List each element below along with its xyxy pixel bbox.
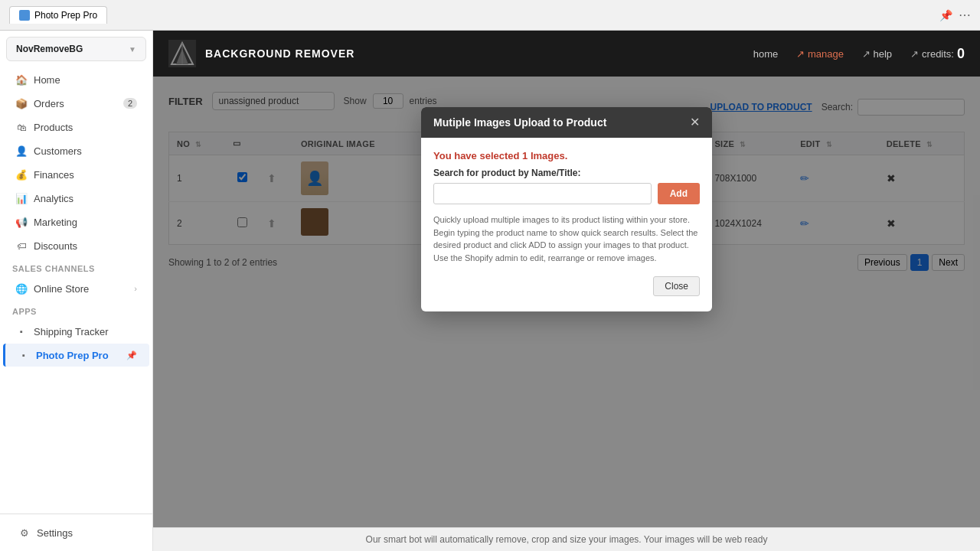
logo-text-group: BACKGROUND REMOVER — [205, 47, 354, 60]
home-icon: 🏠 — [15, 73, 28, 86]
sidebar-item-label: Analytics — [34, 193, 74, 204]
online-store-icon: 🌐 — [15, 282, 28, 295]
sidebar-item-label: Online Store — [34, 283, 89, 295]
analytics-icon: 📊 — [15, 192, 28, 204]
app-logo: BACKGROUND REMOVER — [168, 40, 354, 67]
logo-icon — [168, 40, 196, 67]
discounts-icon: 🏷 — [15, 240, 28, 252]
store-selector[interactable]: NovRemoveBG ▼ — [6, 37, 146, 61]
more-menu-icon[interactable]: ⋯ — [959, 8, 971, 22]
sidebar-item-finances[interactable]: 💰 Finances — [3, 163, 149, 186]
sidebar-nav: 🏠 Home 📦 Orders 2 🛍 Products 👤 Customers… — [0, 67, 152, 514]
nav-help[interactable]: ↗ help — [862, 48, 892, 60]
sidebar-item-analytics[interactable]: 📊 Analytics — [3, 187, 149, 210]
browser-tab[interactable]: Photo Prep Pro — [9, 6, 107, 24]
help-arrow-icon: ↗ — [862, 48, 874, 60]
footer-bar: Our smart bot will automatically remove,… — [153, 527, 980, 551]
apps-section-label: Apps — [0, 301, 152, 319]
sidebar-item-settings[interactable]: ⚙ Settings — [6, 521, 146, 544]
modal-title: Mutiple Images Upload to Product — [433, 116, 606, 129]
browser-chrome: Photo Prep Pro 📌 ⋯ — [0, 0, 980, 31]
modal-add-button[interactable]: Add — [658, 183, 700, 204]
settings-icon: ⚙ — [18, 527, 31, 539]
nav-manage[interactable]: ↗ manage — [796, 48, 844, 60]
sidebar-item-customers[interactable]: 👤 Customers — [3, 139, 149, 162]
sidebar-item-home[interactable]: 🏠 Home — [3, 68, 149, 91]
tab-label: Photo Prep Pro — [34, 10, 97, 21]
sidebar-item-label: Orders — [34, 98, 64, 109]
credits-arrow-icon: ↗ — [910, 48, 919, 60]
sidebar-item-photo-prep-pro[interactable]: ▪ Photo Prep Pro 📌 — [3, 344, 149, 367]
pinned-icon: 📌 — [126, 350, 137, 360]
sales-channels-section: Sales channels — [0, 258, 152, 276]
orders-badge: 2 — [123, 98, 137, 109]
modal-search-label: Search for product by Name/Title: — [433, 168, 700, 178]
sidebar-item-label: Photo Prep Pro — [36, 350, 109, 361]
marketing-icon: 📢 — [15, 216, 28, 228]
app-nav: home ↗ manage ↗ help ↗ credits: 0 — [753, 46, 965, 62]
modal-footer: Close — [433, 276, 700, 299]
modal-body: You have selected 1 Images. Search for p… — [421, 138, 712, 311]
browser-actions: 📌 ⋯ — [939, 8, 971, 22]
sidebar-item-label: Finances — [34, 169, 74, 181]
sidebar-item-shipping-tracker[interactable]: ▪ Shipping Tracker — [3, 320, 149, 343]
orders-icon: 📦 — [15, 97, 28, 109]
sidebar-item-products[interactable]: 🛍 Products — [3, 116, 149, 139]
shipping-tracker-icon: ▪ — [15, 325, 28, 337]
modal-close-x-button[interactable]: ✕ — [690, 116, 700, 129]
modal-search-row: Add — [433, 183, 700, 204]
modal-close-button[interactable]: Close — [653, 276, 700, 296]
sidebar-item-discounts[interactable]: 🏷 Discounts — [3, 234, 149, 257]
nav-home[interactable]: home — [753, 48, 779, 60]
photo-prep-pro-icon: ▪ — [18, 349, 30, 361]
shopify-shell: NovRemoveBG ▼ 🏠 Home 📦 Orders 2 🛍 Produc… — [0, 31, 980, 551]
settings-label: Settings — [37, 527, 73, 539]
app-header: BACKGROUND REMOVER home ↗ manage ↗ help … — [153, 31, 980, 77]
sidebar-item-label: Home — [34, 74, 60, 86]
sidebar-item-online-store[interactable]: 🌐 Online Store › — [3, 277, 149, 300]
sidebar-item-label: Discounts — [34, 240, 77, 252]
sidebar-item-label: Products — [34, 122, 73, 133]
modal-product-search-input[interactable] — [433, 183, 652, 204]
modal-selected-text: You have selected 1 Images. — [433, 150, 700, 161]
credits-label: credits: — [922, 48, 954, 60]
modal-dialog: Mutiple Images Upload to Product ✕ You h… — [421, 107, 712, 311]
tab-favicon — [19, 10, 30, 21]
credits-count: 0 — [957, 46, 965, 62]
store-name: NovRemoveBG — [16, 44, 83, 54]
sidebar: NovRemoveBG ▼ 🏠 Home 📦 Orders 2 🛍 Produc… — [0, 31, 153, 551]
sidebar-item-label: Marketing — [34, 217, 77, 228]
sidebar-item-marketing[interactable]: 📢 Marketing — [3, 210, 149, 233]
modal-header: Mutiple Images Upload to Product ✕ — [421, 107, 712, 138]
expand-icon: › — [134, 284, 137, 293]
finances-icon: 💰 — [15, 168, 28, 181]
products-icon: 🛍 — [15, 121, 28, 133]
sidebar-item-orders[interactable]: 📦 Orders 2 — [3, 92, 149, 115]
pin-icon[interactable]: 📌 — [939, 9, 952, 21]
modal-backdrop: Mutiple Images Upload to Product ✕ You h… — [153, 77, 980, 527]
store-arrow-icon: ▼ — [129, 45, 136, 54]
manage-arrow-icon: ↗ — [796, 48, 808, 60]
main-content: BACKGROUND REMOVER home ↗ manage ↗ help … — [153, 31, 980, 551]
app-logo-text: BACKGROUND REMOVER — [205, 47, 354, 60]
content-area: FILTER unassigned product Show entries U… — [153, 77, 980, 527]
sidebar-item-label: Shipping Tracker — [34, 326, 109, 337]
credits-display: ↗ credits: 0 — [910, 46, 965, 62]
customers-icon: 👤 — [15, 145, 28, 157]
sidebar-bottom: ⚙ Settings — [0, 514, 152, 551]
sidebar-item-label: Customers — [34, 145, 82, 157]
footer-text: Our smart bot will automatically remove,… — [366, 534, 768, 545]
modal-description: Quickly upload multiple images to its pr… — [433, 214, 700, 264]
